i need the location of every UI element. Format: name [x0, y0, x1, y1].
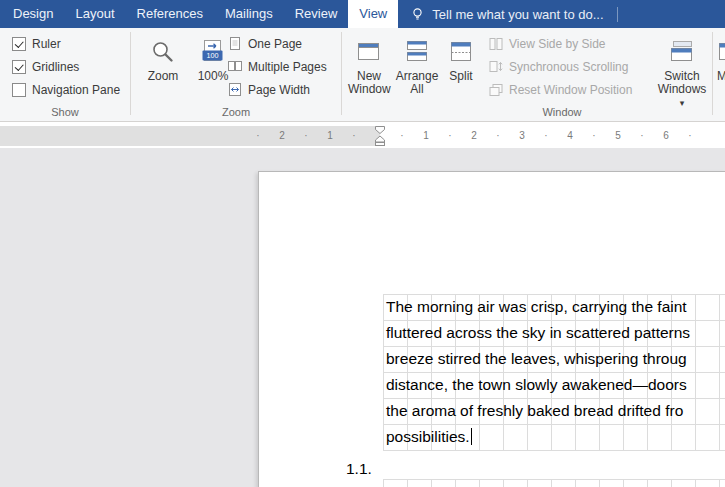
group-macros: Macros — [713, 28, 725, 121]
ruler-number: 2 — [277, 126, 287, 146]
ruler-tick: · — [685, 126, 695, 146]
ruler-number: 1 — [421, 126, 431, 146]
ruler-checkbox-icon — [12, 37, 26, 51]
view-side-by-side-button: View Side by Side — [488, 34, 606, 54]
checkbox-gridlines[interactable]: Gridlines — [12, 58, 79, 76]
view-side-by-side-icon — [488, 36, 504, 52]
tell-me-placeholder: Tell me what you want to do... — [432, 7, 603, 22]
page-width-label: Page Width — [248, 83, 310, 97]
tab-design[interactable]: Design — [2, 0, 64, 28]
tab-layout[interactable]: Layout — [64, 0, 125, 28]
split-button[interactable]: Split — [444, 30, 478, 96]
checkbox-navigation-pane[interactable]: Navigation Pane — [12, 81, 120, 99]
ruler-tick: · — [541, 126, 551, 146]
view-side-by-side-label: View Side by Side — [509, 37, 606, 51]
ruler-tick: · — [589, 126, 599, 146]
gridlines-checkbox-icon — [12, 60, 26, 74]
text-line[interactable]: distance, the town slowly awakened—doors — [383, 372, 725, 398]
arrange-all-icon — [393, 30, 441, 65]
text-line[interactable]: fluttered across the sky in scattered pa… — [383, 320, 725, 346]
multiple-pages-button[interactable]: Multiple Pages — [227, 57, 327, 77]
ruler-number: 5 — [613, 126, 623, 146]
ruler-tick: · — [397, 126, 407, 146]
one-page-label: One Page — [248, 37, 302, 51]
group-window: New Window Arrange All — [342, 28, 712, 121]
tab-bar-separator — [617, 7, 618, 22]
checkbox-ruler[interactable]: Ruler — [12, 35, 61, 53]
paragraph-text[interactable]: The morning air was crisp, carrying the … — [383, 294, 725, 451]
ruler-tick: · — [637, 126, 647, 146]
synchronous-scrolling-label: Synchronous Scrolling — [509, 60, 628, 74]
switch-windows-button[interactable]: Switch Windows ▾ — [655, 30, 709, 96]
ruler-tick: · — [493, 126, 503, 146]
zoom-group-label: Zoom — [131, 106, 341, 118]
tell-me-box[interactable]: Tell me what you want to do... — [410, 0, 603, 28]
text-line[interactable]: possibilities. — [383, 424, 725, 450]
reset-window-position-icon — [488, 82, 504, 98]
macros-icon — [715, 30, 725, 65]
split-icon — [444, 30, 478, 65]
group-show: Ruler Gridlines Navigation Pane Show — [0, 28, 130, 121]
ruler-checkbox-label: Ruler — [32, 37, 61, 51]
text-cursor — [471, 428, 472, 445]
ribbon-view-tab: Ruler Gridlines Navigation Pane Show — [0, 28, 725, 122]
ruler-content-region — [380, 126, 725, 146]
synchronous-scrolling-icon — [488, 59, 504, 75]
switch-windows-icon — [655, 30, 709, 65]
navigation-pane-checkbox-icon — [12, 83, 26, 97]
window-group-label: Window — [502, 106, 622, 118]
switch-windows-label: Switch Windows ▾ — [655, 70, 709, 110]
text-gridlines: The morning air was crisp, carrying the … — [383, 294, 725, 451]
zoom-button[interactable]: Zoom — [139, 30, 187, 96]
new-window-label: New Window — [348, 70, 390, 96]
tab-view[interactable]: View — [348, 0, 398, 28]
svg-text:100: 100 — [207, 51, 219, 60]
ruler-tick: · — [349, 126, 359, 146]
lightbulb-icon — [410, 7, 425, 22]
arrange-all-button[interactable]: Arrange All — [393, 30, 441, 96]
text-line[interactable]: breeze stirred the leaves, whispering th… — [383, 346, 725, 372]
list-number[interactable]: 1.1. — [346, 460, 372, 478]
macros-label: Macros — [715, 70, 725, 83]
dropdown-caret-icon: ▾ — [680, 98, 685, 108]
synchronous-scrolling-button: Synchronous Scrolling — [488, 57, 628, 77]
horizontal-ruler[interactable]: · 2 · 1 · · 1 · 2 · 3 · 4 · 5 · 6 · — [0, 126, 725, 146]
ruler-number: 6 — [661, 126, 671, 146]
macros-button[interactable]: Macros — [715, 30, 725, 96]
ruler-number: 1 — [325, 126, 335, 146]
ruler-number: 4 — [565, 126, 575, 146]
ruler-tick: · — [253, 126, 263, 146]
split-label: Split — [444, 70, 478, 83]
ruler-margin-region — [0, 126, 380, 146]
ruler-number: 2 — [469, 126, 479, 146]
page-width-icon — [227, 82, 243, 98]
multiple-pages-label: Multiple Pages — [248, 60, 327, 74]
ruler-area: · 2 · 1 · · 1 · 2 · 3 · 4 · 5 · 6 · — [0, 122, 725, 148]
one-page-button[interactable]: One Page — [227, 34, 302, 54]
reset-window-position-label: Reset Window Position — [509, 83, 632, 97]
new-window-button[interactable]: New Window — [348, 30, 390, 96]
document-canvas: The morning air was crisp, carrying the … — [0, 148, 725, 487]
magnifier-icon — [139, 30, 187, 65]
ribbon-tab-bar: Design Layout References Mailings Review… — [0, 0, 725, 28]
navigation-pane-checkbox-label: Navigation Pane — [32, 83, 120, 97]
text-gridlines — [383, 479, 725, 487]
tab-mailings[interactable]: Mailings — [214, 0, 284, 28]
document-page[interactable]: The morning air was crisp, carrying the … — [258, 171, 725, 487]
zoom-button-label: Zoom — [139, 70, 187, 83]
text-line[interactable]: the aroma of freshly baked bread drifted… — [383, 398, 725, 424]
word-window: Design Layout References Mailings Review… — [0, 0, 725, 487]
page-width-button[interactable]: Page Width — [227, 80, 310, 100]
text-line[interactable]: The morning air was crisp, carrying the … — [383, 294, 725, 320]
arrange-all-label: Arrange All — [393, 70, 441, 96]
one-page-icon — [227, 36, 243, 52]
indent-marker-icon[interactable] — [374, 126, 386, 150]
group-zoom: Zoom 100 100% — [131, 28, 341, 121]
ruler-number: 3 — [517, 126, 527, 146]
new-window-icon — [348, 30, 390, 65]
tab-references[interactable]: References — [126, 0, 214, 28]
tab-review[interactable]: Review — [284, 0, 349, 28]
ruler-tick: · — [301, 126, 311, 146]
reset-window-position-button: Reset Window Position — [488, 80, 632, 100]
gridlines-checkbox-label: Gridlines — [32, 60, 79, 74]
